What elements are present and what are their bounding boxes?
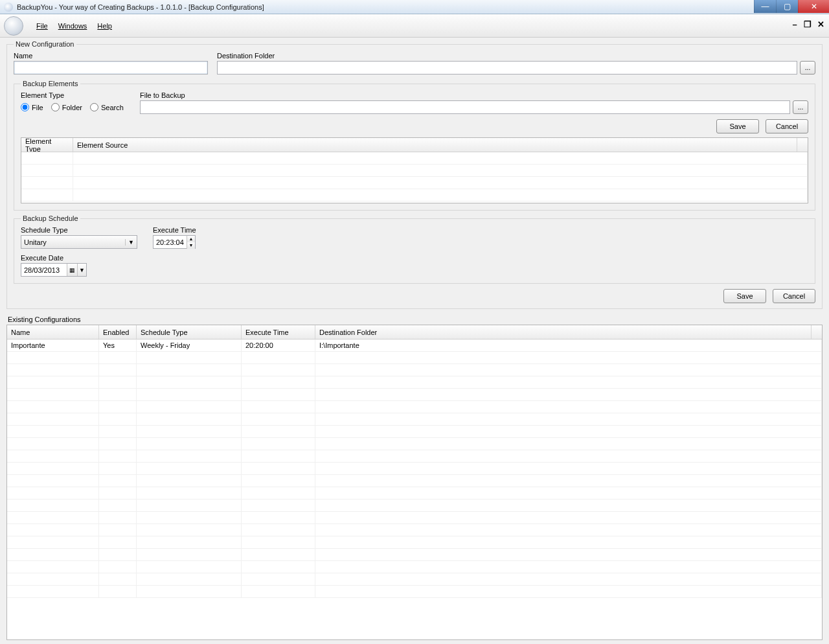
menu-windows[interactable]: Windows <box>53 19 93 32</box>
table-row-empty <box>7 352 822 364</box>
radio-file[interactable]: File <box>21 103 43 111</box>
destination-browse-button[interactable]: ... <box>800 61 815 75</box>
execute-time-label: Execute Time <box>153 226 196 234</box>
backup-elements-legend: Backup Elements <box>21 80 80 87</box>
table-row-empty <box>7 401 822 413</box>
table-row-empty <box>7 512 822 524</box>
destination-folder-input[interactable] <box>217 61 797 75</box>
table-row-empty <box>7 450 822 463</box>
existing-header-name[interactable]: Name <box>7 325 99 339</box>
table-row-empty <box>7 536 822 549</box>
name-label: Name <box>14 52 208 60</box>
table-row-empty <box>7 500 822 512</box>
time-spinner[interactable]: ▲▼ <box>187 236 195 249</box>
backup-schedule-legend: Backup Schedule <box>21 214 80 222</box>
radio-search[interactable]: Search <box>90 103 124 111</box>
execute-date-label: Execute Date <box>21 254 87 262</box>
config-cancel-button[interactable]: Cancel <box>773 289 815 303</box>
table-row-empty <box>7 549 822 561</box>
table-cell: Importante <box>7 339 99 351</box>
schedule-type-label: Schedule Type <box>21 226 144 234</box>
existing-header-enabled[interactable]: Enabled <box>99 325 137 339</box>
execute-date-input[interactable]: 28/03/2013 ▦ ▼ <box>21 263 87 277</box>
table-cell: Yes <box>99 339 137 351</box>
existing-configurations-heading: Existing Configurations <box>8 316 823 323</box>
window-controls: — ▢ ✕ <box>754 0 829 13</box>
table-cell: Weekly - Friday <box>137 339 242 351</box>
table-row-empty <box>7 438 822 450</box>
minimize-button[interactable]: — <box>754 0 776 13</box>
table-row-empty <box>7 426 822 438</box>
file-to-backup-input[interactable] <box>140 100 790 114</box>
table-row-empty <box>7 463 822 475</box>
chevron-down-icon: ▼ <box>125 239 137 246</box>
file-browse-button[interactable]: ... <box>793 100 808 114</box>
elements-grid-header-source[interactable]: Element Source <box>73 138 797 152</box>
name-input[interactable] <box>14 61 208 75</box>
close-button[interactable]: ✕ <box>798 0 829 13</box>
table-row-empty <box>7 413 822 426</box>
elements-grid-header-type[interactable]: Element Type <box>21 138 73 152</box>
schedule-type-combo[interactable]: Unitary ▼ <box>21 235 137 249</box>
elements-cancel-button[interactable]: Cancel <box>766 119 808 133</box>
spinner-down-icon[interactable]: ▼ <box>187 242 195 249</box>
existing-header-destination-folder[interactable]: Destination Folder <box>315 325 812 339</box>
mdi-close-icon[interactable]: ✕ <box>816 19 825 29</box>
table-row-empty <box>7 524 822 536</box>
element-type-label: Element Type <box>21 91 131 99</box>
table-row-empty <box>7 487 822 500</box>
window-titlebar: BackupYou - Your way of Creating Backups… <box>0 0 829 14</box>
table-row-empty <box>7 573 822 586</box>
schedule-type-value: Unitary <box>21 238 125 246</box>
existing-configurations-grid[interactable]: Name Enabled Schedule Type Execute Time … <box>6 325 823 640</box>
date-dropdown-icon[interactable]: ▼ <box>77 264 86 276</box>
elements-grid-header-pad <box>797 138 808 152</box>
destination-folder-label: Destination Folder <box>217 52 815 60</box>
table-row-empty <box>7 561 822 573</box>
existing-header-execute-time[interactable]: Execute Time <box>242 325 315 339</box>
new-configuration-panel: New Configuration Name Destination Folde… <box>6 40 823 309</box>
spinner-up-icon[interactable]: ▲ <box>187 236 195 242</box>
table-row-empty <box>7 364 822 376</box>
execute-time-input[interactable]: 20:23:04 ▲▼ <box>153 235 196 249</box>
menu-file[interactable]: File <box>31 19 53 32</box>
radio-search-input[interactable] <box>90 103 98 111</box>
table-cell: I:\Importante <box>315 339 822 351</box>
execute-time-value: 20:23:04 <box>153 238 187 246</box>
app-orb-icon[interactable] <box>4 16 23 36</box>
window-title: BackupYou - Your way of Creating Backups… <box>17 3 264 11</box>
existing-header-schedule-type[interactable]: Schedule Type <box>137 325 242 339</box>
existing-header-pad <box>812 325 822 339</box>
app-icon <box>4 3 13 12</box>
execute-date-value: 28/03/2013 <box>21 266 67 274</box>
radio-folder-input[interactable] <box>51 103 60 111</box>
table-row-empty <box>7 475 822 487</box>
table-row-empty <box>7 586 822 598</box>
mdi-restore-icon[interactable]: ❐ <box>803 19 812 29</box>
table-cell: 20:20:00 <box>242 339 315 351</box>
elements-save-button[interactable]: Save <box>716 119 759 133</box>
table-row-empty <box>7 376 822 389</box>
backup-elements-panel: Backup Elements Element Type File Folder… <box>14 80 815 211</box>
config-save-button[interactable]: Save <box>723 289 766 303</box>
menu-bar: File Windows Help – ❐ ✕ <box>0 14 829 38</box>
maximize-button[interactable]: ▢ <box>776 0 798 13</box>
mdi-minimize-icon[interactable]: – <box>790 19 799 29</box>
new-configuration-legend: New Configuration <box>14 40 76 48</box>
file-to-backup-label: File to Backup <box>140 91 808 99</box>
calendar-icon[interactable]: ▦ <box>67 264 77 276</box>
radio-folder[interactable]: Folder <box>51 103 82 111</box>
table-row[interactable]: ImportanteYesWeekly - Friday20:20:00I:\I… <box>7 339 822 352</box>
radio-file-input[interactable] <box>21 103 29 111</box>
elements-grid[interactable]: Element Type Element Source <box>21 137 808 203</box>
backup-schedule-panel: Backup Schedule Schedule Type Unitary ▼ … <box>14 214 815 284</box>
menu-help[interactable]: Help <box>92 19 117 32</box>
table-row-empty <box>7 389 822 401</box>
